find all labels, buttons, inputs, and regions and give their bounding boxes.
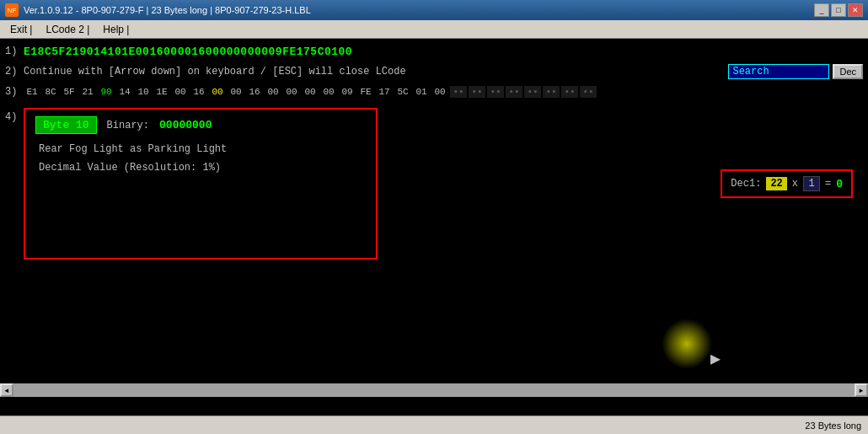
maximize-button[interactable]: □ [831,3,846,17]
scroll-right-button[interactable]: ► [855,383,868,397]
menu-bar: Exit | LCode 2 | Help | [0,20,868,39]
hex-byte-dark-3: ▪▪ [506,86,522,98]
title-bar-text: Ver.1.0.9.12 - 8P0-907-279-F | 23 Bytes … [24,5,311,15]
row3: 3) E18C5F219014101E00160000160000000009F… [5,83,863,101]
hex-byte-21: 01 [413,87,430,97]
scrollbar[interactable]: ◄ ► [0,383,868,397]
hex-byte-dark-5: ▪▪ [543,86,560,98]
row2-num: 2) [5,66,20,78]
desc-line1: Rear Fog Light as Parking Light [39,141,366,159]
hex-byte-10: 00 [209,87,226,97]
hex-byte-4: 90 [98,87,115,97]
binary-label: Binary: [107,120,149,131]
main-content: 1) E18C5F219014101E001600001600000000009… [0,39,868,415]
hex-byte-15: 00 [302,87,319,97]
dec-panel: Dec1: 22 x 1 = 0 [721,169,853,198]
menu-help[interactable]: Help | [96,22,136,37]
hex-byte-6: 10 [135,87,152,97]
hex-byte-dark-6: ▪▪ [561,86,578,98]
search-input[interactable] [728,64,829,79]
hex-byte-dark-1: ▪▪ [469,86,485,98]
row4-num: 4) [5,108,20,260]
byte-label-row: Byte 10 Binary: 00000000 [35,116,366,134]
row3-num: 3) [5,86,20,98]
dec-result: 0 [836,178,843,190]
status-text: 23 Bytes long [805,421,861,431]
hex-byte-20: 5C [394,87,411,97]
row2-text: Continue with [Arrow down] on keyboard /… [24,66,728,78]
app-logo: NF [5,3,19,17]
dec1-label: Dec1: [731,178,761,190]
hex-byte-7: 1E [153,87,170,97]
hex-byte-9: 16 [190,87,207,97]
dec-button[interactable]: Dec [833,64,863,79]
title-bar: NF Ver.1.0.9.12 - 8P0-907-279-F | 23 Byt… [0,0,868,20]
hex-byte-11: 00 [228,87,244,97]
hex-byte-12: 16 [246,87,263,97]
hex-byte-5: 14 [116,87,133,97]
menu-exit[interactable]: Exit | [3,22,39,37]
dec1-value: 22 [766,177,786,190]
title-bar-controls: _ □ ✕ [814,3,863,17]
row1-hex: E18C5F219014101E001600001600000000009FE1… [24,46,352,58]
dec-x: x [792,178,798,190]
dec-equals: = [825,178,831,190]
hex-byte-14: 00 [283,87,300,97]
hex-byte-dark-2: ▪▪ [487,86,504,98]
menu-lcode2[interactable]: LCode 2 | [39,22,96,37]
row4: 4) Byte 10 Binary: 00000000 Rear Fog Lig… [5,108,863,260]
row3-bytes: E18C5F219014101E00160000160000000009FE17… [24,86,597,98]
row1-num: 1) [5,46,20,57]
hex-byte-dark-7: ▪▪ [580,86,597,98]
scroll-left-button[interactable]: ◄ [0,383,13,397]
hex-byte-2: 5F [61,87,78,97]
binary-value: 00000000 [159,119,212,131]
row2: 2) Continue with [Arrow down] on keyboar… [5,62,863,81]
hex-byte-16: 00 [320,87,337,97]
description-text: Rear Fog Light as Parking Light Decimal … [35,141,366,177]
hex-byte-dark-4: ▪▪ [524,86,541,98]
hex-byte-dark-0: ▪▪ [450,86,467,98]
hex-byte-22: 00 [431,87,448,97]
minimize-button[interactable]: _ [814,3,829,17]
hex-byte-18: FE [357,87,374,97]
hex-byte-13: 00 [265,87,281,97]
close-button[interactable]: ✕ [848,3,863,17]
hex-byte-17: 09 [339,87,356,97]
right-panel: Dec1: 22 x 1 = 0 [378,108,863,260]
dec-multiplier: 1 [803,176,820,191]
row1: 1) E18C5F219014101E001600001600000000009… [5,42,863,61]
hex-byte-19: 17 [376,87,393,97]
title-bar-left: NF Ver.1.0.9.12 - 8P0-907-279-F | 23 Byt… [5,3,311,17]
scroll-track[interactable] [13,383,855,397]
left-panel: Byte 10 Binary: 00000000 Rear Fog Light … [24,108,378,260]
cursor-glow [662,319,712,369]
status-bar: 23 Bytes long [0,415,868,434]
search-area: Dec [728,64,863,79]
hex-byte-0: E1 [24,87,40,97]
hex-byte-8: 00 [172,87,189,97]
byte-label: Byte 10 [35,116,97,134]
desc-line2: Decimal Value (Resolution: 1%) [39,159,366,178]
hex-byte-3: 21 [79,87,96,97]
cursor-arrow: ▶ [710,348,721,369]
hex-byte-1: 8C [42,87,59,97]
